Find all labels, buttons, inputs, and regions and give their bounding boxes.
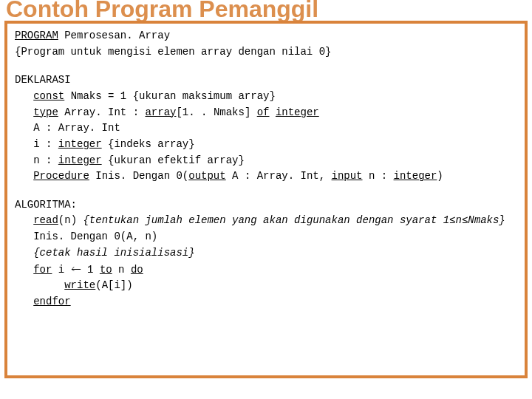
const-keyword: const [33, 90, 64, 102]
algoritma-header: ALGORITMA: [15, 197, 517, 214]
array-keyword: array [145, 106, 176, 118]
integer-keyword-i: integer [58, 138, 102, 150]
procedure-keyword: Procedure [33, 170, 89, 182]
cetak-comment: {cetak hasil inisialisasi} [15, 245, 517, 262]
type-keyword: type [33, 106, 58, 118]
of-keyword: of [257, 106, 270, 118]
read-line: read(n) {tentukan jumlah elemen yang aka… [15, 213, 517, 229]
read-comment: {tentukan jumlah elemen yang akan diguna… [83, 214, 505, 226]
blank-1 [15, 60, 517, 72]
n-decl: n : integer {ukuran efektif array} [15, 153, 517, 169]
slide-title: Contoh Program Pemanggil [6, 0, 318, 23]
program-comment: {Program untuk mengisi elemen array deng… [15, 44, 517, 61]
for-keyword: for [33, 264, 52, 276]
const-line: const Nmaks = 1 {ukuran maksimum array} [15, 89, 517, 105]
blank-2 [15, 185, 517, 197]
procedure-line: Procedure Inis. Dengan 0(output A : Arra… [15, 168, 517, 185]
endfor-line: endfor [15, 294, 517, 310]
i-decl: i : integer {indeks array} [15, 137, 517, 153]
a-decl: A : Array. Int [15, 120, 517, 137]
output-keyword: output [188, 170, 225, 182]
program-line: PROGRAM Pemrosesan. Array [15, 28, 517, 44]
endfor-keyword: endfor [33, 296, 70, 307]
code-frame: PROGRAM Pemrosesan. Array {Program untuk… [4, 21, 528, 378]
const-rest: Nmaks = 1 {ukuran maksimum array} [64, 90, 276, 102]
integer-keyword-n: integer [58, 154, 102, 166]
integer-keyword-proc: integer [394, 170, 437, 182]
type-line: type Array. Int : array[1. . Nmaks] of i… [15, 105, 517, 121]
write-line: write(A[i]) [15, 278, 517, 294]
program-keyword: PROGRAM [15, 30, 58, 41]
deklarasi-header: DEKLARASI [15, 72, 517, 89]
input-keyword: input [332, 170, 363, 182]
do-keyword: do [131, 264, 143, 276]
integer-keyword: integer [276, 106, 319, 118]
to-keyword: to [100, 264, 112, 276]
write-keyword: write [64, 279, 95, 291]
arrow-icon: 🡐 [71, 263, 81, 275]
call-line: Inis. Dengan 0(A, n) [15, 229, 517, 245]
read-keyword: read [33, 214, 58, 226]
program-name: Pemrosesan. Array [58, 30, 170, 41]
for-line: for i 🡐 1 to n do [15, 262, 517, 279]
